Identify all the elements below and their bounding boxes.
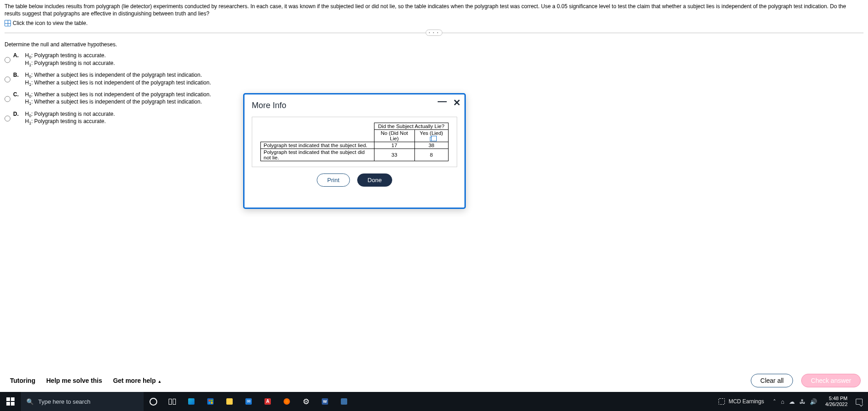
expand-icon[interactable]: • • • <box>426 30 443 36</box>
explorer-icon[interactable] <box>220 392 239 411</box>
option-b-label: B. <box>13 72 22 87</box>
more-info-modal: — ✕ More Info Did the Subject Actually L… <box>243 93 466 209</box>
row1-label: Polygraph test indicated that the subjec… <box>261 142 374 149</box>
row2-label: Polygraph test indicated that the subjec… <box>261 149 374 161</box>
app-orange-icon[interactable] <box>277 392 296 411</box>
col-yes: Yes (Lied) <box>414 130 448 142</box>
store-icon[interactable] <box>201 392 220 411</box>
row1-no: 17 <box>374 142 414 149</box>
option-c-text: H0: Whether a subject lies is not indepe… <box>25 91 211 106</box>
ticker-text: MCD Earnings <box>728 398 764 405</box>
option-d-label: D. <box>13 111 22 126</box>
taskbar-search[interactable]: 🔍 Type here to search <box>21 392 144 411</box>
page-footer: Tutoring Help me solve this Get more hel… <box>0 369 868 392</box>
row2-no: 33 <box>374 149 414 161</box>
windows-icon <box>6 397 15 406</box>
tray-network-icon[interactable]: 🖧 <box>799 398 805 405</box>
close-icon[interactable]: ✕ <box>453 97 461 108</box>
done-button[interactable]: Done <box>357 173 392 187</box>
tray-volume-icon[interactable]: 🔊 <box>810 398 817 405</box>
table-icon[interactable] <box>5 20 11 26</box>
minimize-icon[interactable]: — <box>438 96 447 106</box>
help-link[interactable]: Help me solve this <box>46 377 102 384</box>
data-table: Did the Subject Actually Lie? No (Did No… <box>260 123 449 161</box>
tray-onedrive-icon[interactable]: ☁ <box>789 398 795 405</box>
cortana-icon[interactable] <box>144 392 163 411</box>
copy-icon[interactable] <box>430 137 434 141</box>
table-hint-text: Click the icon to view the table. <box>13 20 88 26</box>
option-a-label: A. <box>13 52 22 67</box>
mail-icon[interactable]: ✉ <box>239 392 258 411</box>
photos-icon[interactable] <box>334 392 354 411</box>
question-prompt: The table below includes results from po… <box>5 3 863 17</box>
option-a-radio[interactable] <box>5 53 10 67</box>
tray-meet-icon[interactable]: ⌂ <box>781 398 784 405</box>
news-icon <box>718 398 725 405</box>
start-button[interactable] <box>0 392 21 411</box>
search-icon: 🔍 <box>26 398 34 405</box>
app-a-icon[interactable]: A <box>258 392 277 411</box>
action-center-icon[interactable] <box>856 399 863 405</box>
clear-all-button[interactable]: Clear all <box>751 374 793 387</box>
clock-time: 5:48 PM <box>825 396 848 401</box>
windows-taskbar: 🔍 Type here to search ✉ A ⚙ W MCD Earnin… <box>0 392 868 411</box>
option-c-label: C. <box>13 91 22 106</box>
more-help-dropdown[interactable]: Get more help▲ <box>113 377 162 384</box>
modal-title: More Info <box>252 101 457 110</box>
row1-yes: 38 <box>414 142 448 149</box>
news-ticker[interactable]: MCD Earnings <box>714 398 768 405</box>
option-b-text: H0: Whether a subject lies is independen… <box>25 72 211 87</box>
table-header-span: Did the Subject Actually Lie? <box>374 123 448 130</box>
print-button[interactable]: Print <box>317 173 350 187</box>
option-b-radio[interactable] <box>5 72 10 87</box>
clock-date: 4/26/2022 <box>825 401 848 407</box>
col-no: No (Did Not Lie) <box>374 130 414 142</box>
settings-icon[interactable]: ⚙ <box>296 392 315 411</box>
taskbar-clock[interactable]: 5:48 PM 4/26/2022 <box>822 396 851 407</box>
row2-yes: 8 <box>414 149 448 161</box>
subquestion: Determine the null and alternative hypot… <box>5 41 863 48</box>
option-c-radio[interactable] <box>5 92 10 106</box>
option-d-radio[interactable] <box>5 111 10 126</box>
tutoring-link[interactable]: Tutoring <box>10 377 35 384</box>
option-a-text: H0: Polygraph testing is accurate. H1: P… <box>25 52 115 67</box>
edge-icon[interactable] <box>182 392 201 411</box>
tray-chevron-icon[interactable]: ˄ <box>773 398 776 405</box>
caret-up-icon: ▲ <box>158 379 162 384</box>
check-answer-button[interactable]: Check answer <box>801 374 861 387</box>
search-placeholder: Type here to search <box>38 398 90 405</box>
option-d-text: H0: Polygraph testing is not accurate. H… <box>25 111 115 126</box>
task-view-icon[interactable] <box>163 392 182 411</box>
word-icon[interactable]: W <box>315 392 334 411</box>
